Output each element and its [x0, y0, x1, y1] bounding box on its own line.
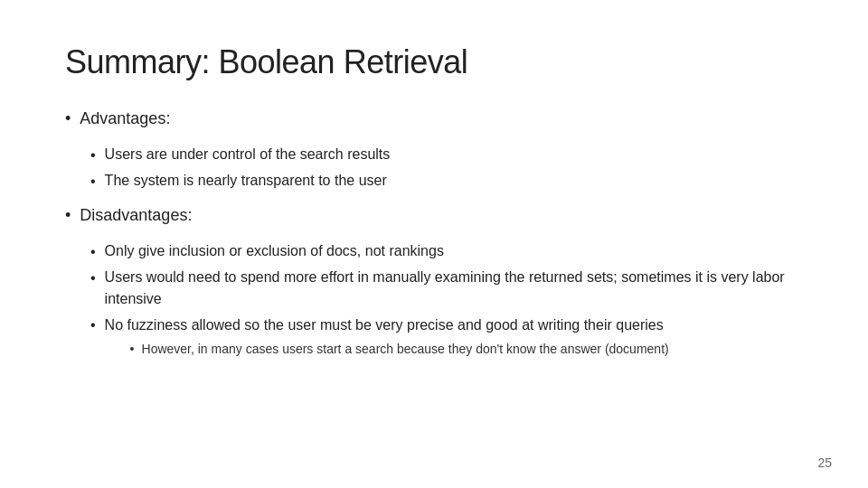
disadvantage-text-2: Users would need to spend more effort in… — [105, 267, 803, 310]
disadvantage-item-3: • No fuzziness allowed so the user must … — [90, 314, 803, 359]
disadvantage-item-1: • Only give inclusion or exclusion of do… — [90, 240, 803, 263]
disadvantages-bullet: • Disadvantages: — [65, 203, 803, 228]
slide-content: • Advantages: • Users are under control … — [65, 107, 803, 359]
advantages-label: Advantages: — [80, 107, 170, 131]
advantage-item-1: • Users are under control of the search … — [90, 144, 803, 166]
sub-sub-item-1: • However, in many cases users start a s… — [130, 340, 669, 359]
disadvantage-dot-3: • — [90, 314, 96, 336]
advantages-sub-bullets: • Users are under control of the search … — [90, 144, 803, 192]
advantage-text-1: Users are under control of the search re… — [105, 144, 391, 165]
sub-sub-text-1: However, in many cases users start a sea… — [142, 340, 669, 359]
advantage-dot-2: • — [90, 171, 96, 192]
disadvantages-label: Disadvantages: — [80, 203, 192, 228]
slide-title: Summary: Boolean Retrieval — [65, 43, 803, 81]
advantage-dot-1: • — [90, 145, 96, 166]
advantage-item-2: • The system is nearly transparent to th… — [90, 170, 803, 192]
disadvantage-dot-1: • — [90, 241, 96, 263]
disadvantage-dot-2: • — [90, 267, 96, 289]
disadvantage-text-3-container: No fuzziness allowed so the user must be… — [105, 314, 669, 359]
sub-sub-dot-1: • — [130, 340, 135, 359]
disadvantage-item-2: • Users would need to spend more effort … — [90, 267, 803, 310]
slide: Summary: Boolean Retrieval • Advantages:… — [0, 0, 868, 488]
advantages-bullet: • Advantages: — [65, 107, 803, 131]
disadvantage-text-3: No fuzziness allowed so the user must be… — [105, 317, 664, 333]
disadvantages-sub-bullets: • Only give inclusion or exclusion of do… — [90, 240, 803, 359]
disadvantages-dot: • — [65, 203, 71, 228]
page-number: 25 — [817, 455, 832, 470]
advantages-section: • Advantages: • Users are under control … — [65, 107, 803, 192]
advantage-text-2: The system is nearly transparent to the … — [105, 170, 387, 192]
disadvantages-section: • Disadvantages: • Only give inclusion o… — [65, 203, 803, 359]
advantages-dot: • — [65, 107, 71, 131]
sub-sub-bullets: • However, in many cases users start a s… — [130, 340, 669, 359]
disadvantage-text-1: Only give inclusion or exclusion of docs… — [105, 240, 444, 262]
